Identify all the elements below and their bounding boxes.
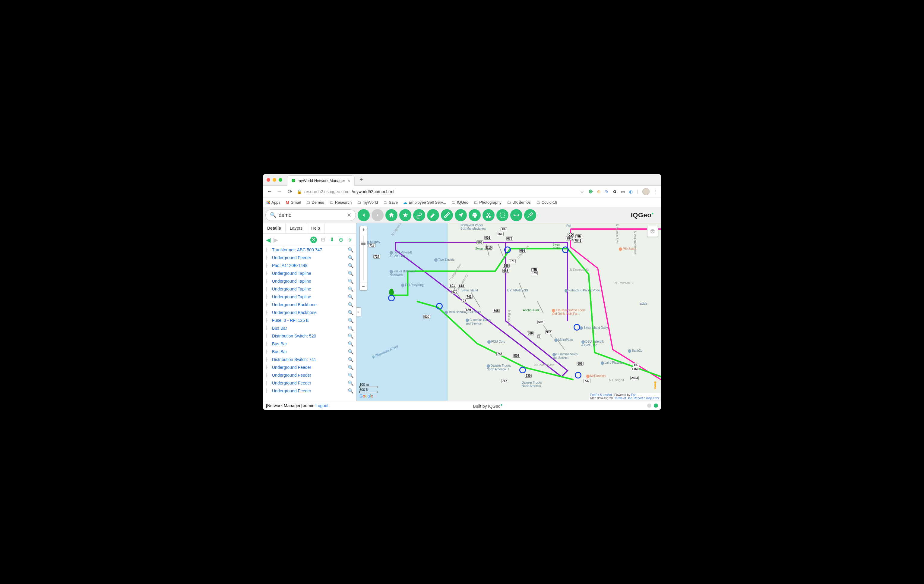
zoom-to-feature-button[interactable]: 🔍	[348, 294, 354, 300]
feature-link[interactable]: Fuse: 3 - RFI 125 E	[272, 318, 345, 323]
browser-tab[interactable]: myWorld Network Manager ×	[287, 175, 355, 186]
node-marker[interactable]	[575, 372, 581, 378]
zoom-to-feature-button[interactable]: 🔍	[348, 286, 354, 292]
zoom-out-button[interactable]: −	[360, 282, 367, 290]
link-button[interactable]	[413, 209, 425, 221]
measure-button[interactable]	[441, 209, 453, 221]
feature-link[interactable]: Distribution Switch: 741	[272, 357, 345, 362]
menu-icon[interactable]: ⋮	[654, 189, 658, 194]
feature-link[interactable]: Underground Backbone	[272, 302, 345, 307]
maximize-window-button[interactable]	[279, 178, 282, 182]
node-marker[interactable]	[436, 303, 443, 309]
nav-back-button[interactable]: ←	[266, 188, 272, 195]
url-field[interactable]: 🔒 research2.us.iqgeo.com/myworld52pb/nm.…	[297, 189, 577, 194]
feature-link[interactable]: Underground Feeder	[272, 388, 345, 393]
home-button[interactable]	[385, 209, 398, 221]
apps-bookmark[interactable]: Apps	[267, 200, 280, 205]
nav-reload-button[interactable]: ⟳	[287, 188, 293, 195]
locate-button[interactable]	[455, 209, 467, 221]
zoom-to-feature-button[interactable]: 🔍	[348, 341, 354, 347]
zoom-to-feature-button[interactable]: 🔍	[348, 388, 354, 394]
research-bookmark[interactable]: 🗀Research	[330, 200, 352, 205]
close-tab-icon[interactable]: ×	[347, 178, 350, 183]
feature-link[interactable]: Underground Feeder	[272, 255, 345, 260]
feature-link[interactable]: Underground Feeder	[272, 381, 345, 385]
tools-button[interactable]	[524, 209, 536, 221]
zoom-to-feature-button[interactable]: 🔍	[348, 349, 354, 355]
zoom-to-feature-button[interactable]: 🔍	[348, 380, 354, 386]
zoom-to-feature-button[interactable]: 🔍	[348, 365, 354, 370]
feature-link[interactable]: Pad: A1120B-1448	[272, 263, 345, 268]
back-button[interactable]	[358, 209, 370, 221]
myworld-bookmark[interactable]: 🗀myWorld	[357, 200, 378, 205]
evernote-ext-icon[interactable]: ❋	[588, 188, 593, 195]
zoom-to-feature-button[interactable]: 🔍	[348, 357, 354, 362]
search-box[interactable]: 🔍 ✕	[266, 209, 356, 221]
cut-button[interactable]	[482, 209, 495, 221]
feature-link[interactable]: Underground Tapline	[272, 271, 345, 276]
zoom-to-feature-button[interactable]: 🔍	[348, 271, 354, 276]
logout-link[interactable]: Logout	[315, 403, 328, 408]
network-icon[interactable]: ⚹	[347, 237, 353, 243]
nav-forward-button[interactable]: →	[276, 188, 283, 195]
zoom-to-feature-button[interactable]: 🔍	[348, 255, 354, 261]
collapse-panel-button[interactable]: ‹	[356, 308, 361, 316]
feature-link[interactable]: Underground Feeder	[272, 373, 345, 378]
minimize-window-button[interactable]	[272, 178, 276, 182]
zoom-to-feature-button[interactable]: 🔍	[348, 326, 354, 331]
covid-bookmark[interactable]: 🗀Covid-19	[536, 200, 557, 205]
zoom-in-button[interactable]: +	[360, 226, 367, 234]
save-bookmark[interactable]: 🗀Save	[383, 200, 398, 205]
select-button[interactable]	[497, 209, 508, 221]
pegman-icon[interactable]	[652, 381, 658, 390]
feature-link[interactable]: Underground Tapline	[272, 279, 345, 283]
profile-avatar[interactable]	[642, 188, 650, 195]
feature-link[interactable]: Underground Tapline	[272, 294, 345, 299]
zoom-to-feature-button[interactable]: 🔍	[348, 317, 354, 323]
iqgeo-bookmark[interactable]: 🗀IQGeo	[451, 200, 469, 205]
zoom-to-feature-button[interactable]: 🔍	[348, 302, 354, 308]
clear-search-button[interactable]: ✕	[347, 212, 351, 219]
close-window-button[interactable]	[267, 178, 270, 182]
feature-link[interactable]: Underground Tapline	[272, 286, 345, 291]
ext-icon[interactable]: ✎	[605, 189, 609, 194]
photography-bookmark[interactable]: 🗀Photography	[474, 200, 502, 205]
node-marker[interactable]	[504, 247, 511, 253]
node-marker[interactable]	[574, 324, 580, 331]
forward-button[interactable]	[371, 209, 384, 221]
ext-icon[interactable]: ⊕	[597, 189, 601, 194]
feature-link[interactable]: Bus Bar	[272, 341, 345, 346]
zoom-to-feature-button[interactable]: 🔍	[348, 247, 354, 253]
node-marker[interactable]	[562, 247, 569, 253]
layers-button[interactable]	[647, 226, 658, 237]
bookmark-button[interactable]	[399, 209, 411, 221]
print-button[interactable]	[469, 209, 481, 221]
tab-help[interactable]: Help	[307, 223, 325, 234]
node-marker[interactable]	[388, 295, 395, 301]
edit-button[interactable]	[427, 209, 439, 221]
feature-link[interactable]: Distribution Switch: 520	[272, 334, 345, 339]
zoom-slider[interactable]	[360, 234, 367, 282]
zoom-to-feature-button[interactable]: 🔍	[348, 310, 354, 316]
feature-link[interactable]: Underground Feeder	[272, 365, 345, 370]
grid-icon[interactable]: ⊞	[320, 237, 326, 243]
ext-icon[interactable]: ▭	[621, 189, 625, 194]
zoom-to-feature-button[interactable]: 🔍	[348, 263, 354, 268]
download-button[interactable]: ⬇	[329, 237, 335, 243]
demos-bookmark[interactable]: 🗀Demos	[306, 200, 324, 205]
feature-link[interactable]: Bus Bar	[272, 326, 345, 331]
zoom-to-feature-button[interactable]: 🔍	[348, 372, 354, 378]
feature-link[interactable]: Bus Bar	[272, 349, 345, 354]
gmail-bookmark[interactable]: MGmail	[286, 200, 301, 205]
tab-details[interactable]: Details	[263, 223, 285, 234]
zoom-to-feature-button[interactable]: 🔍	[348, 278, 354, 284]
new-tab-button[interactable]: +	[357, 175, 366, 184]
node-marker[interactable]	[519, 367, 526, 373]
panel-close-button[interactable]: ✕	[310, 237, 317, 243]
recycle-ext-icon[interactable]: ♻	[613, 189, 617, 194]
feature-link[interactable]: Underground Backbone	[272, 310, 345, 315]
map-canvas[interactable]: 718 724 B10 803 801 661 TIE 673 699 CD 7…	[356, 223, 661, 401]
panel-forward-button[interactable]: ▶	[274, 236, 278, 243]
ukdemos-bookmark[interactable]: 🗀UK demos	[507, 200, 531, 205]
tab-layers[interactable]: Layers	[285, 223, 307, 234]
